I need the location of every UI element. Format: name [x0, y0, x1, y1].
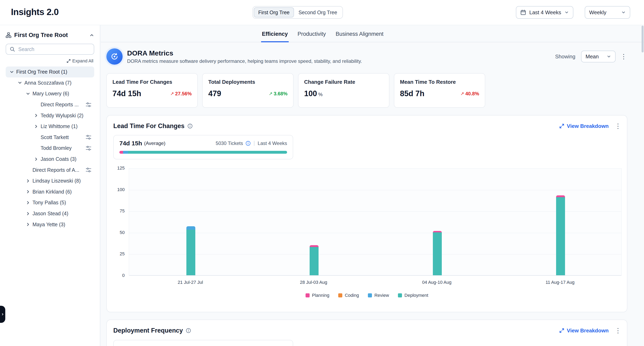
gridline [129, 275, 621, 276]
tree-item[interactable]: Direct Reports ... [6, 99, 94, 110]
tree-item-label: Teddy Wylupski (2) [40, 113, 84, 118]
tree-item[interactable]: Brian Kirkland (6) [6, 187, 94, 197]
view-breakdown-button[interactable]: View Breakdown [559, 123, 609, 129]
metric-card: Total Deployments479↗3.68% [202, 73, 294, 108]
chevron-right-icon[interactable] [33, 113, 39, 118]
legend-item: Review [368, 293, 389, 298]
chevron-down-icon[interactable] [25, 91, 31, 97]
summary-stacked-bar [120, 151, 287, 154]
chevron-right-icon[interactable] [25, 200, 31, 206]
tree-item[interactable]: Tony Pallas (5) [6, 197, 94, 208]
filter-icon[interactable] [86, 145, 91, 151]
dora-title: DORA Metrics [127, 49, 362, 57]
app-title: Insights 2.0 [11, 7, 59, 17]
tree-item[interactable]: Jason Stead (4) [6, 208, 94, 219]
legend-swatch [368, 293, 372, 297]
legend-swatch [398, 293, 402, 297]
tree-item[interactable]: Teddy Wylupski (2) [6, 110, 94, 121]
tree-item[interactable]: Maya Yette (3) [6, 219, 94, 230]
tree-item[interactable]: Direct Reports of A... [6, 164, 94, 176]
tickets-count: 5030 Tickets [216, 140, 243, 146]
period-label: Last 4 Weeks [258, 140, 287, 146]
org-tree: First Org Tree Root (1)Anna Scozzafava (… [6, 67, 94, 230]
org-tree-sidebar: First Org Tree Root Expand All First Org… [0, 25, 100, 346]
kebab-menu-icon[interactable]: ⋮ [615, 327, 620, 334]
filter-icon[interactable] [86, 102, 91, 108]
bar-segment-review [186, 226, 195, 230]
metric-card-title: Change Failure Rate [304, 79, 383, 85]
bar-segment-planning [310, 245, 318, 247]
search-input[interactable] [18, 46, 90, 52]
legend-swatch [306, 293, 310, 297]
sidebar-title: First Org Tree Root [14, 32, 86, 38]
view-breakdown-button[interactable]: View Breakdown [559, 327, 609, 334]
tree-item[interactable]: Jason Coats (3) [6, 154, 94, 165]
tab-productivity[interactable]: Productivity [297, 31, 327, 42]
bar-segment-deployment [556, 197, 565, 275]
kebab-menu-icon[interactable]: ⋮ [615, 123, 620, 129]
metric-card-delta-value: 27.56% [175, 91, 192, 97]
tree-item-label: Anna Scozzafava (7) [24, 80, 72, 86]
filter-icon[interactable] [86, 167, 91, 173]
tree-item[interactable]: Mary Lowery (6) [6, 88, 94, 99]
gridline [129, 254, 621, 255]
expand-all-button[interactable]: Expand All [6, 58, 94, 64]
chevron-placeholder [33, 145, 39, 151]
kebab-menu-icon[interactable]: ⋮ [620, 53, 626, 60]
chevron-right-icon[interactable] [33, 124, 39, 129]
trend-up-icon: ↗ [170, 91, 174, 96]
legend-swatch [338, 293, 342, 297]
chevron-right-icon[interactable] [25, 211, 31, 217]
chevron-right-icon[interactable] [25, 222, 31, 227]
trend-up-icon: ↗ [460, 91, 464, 96]
tree-item-label: Direct Reports ... [40, 102, 79, 108]
tab-business-alignment[interactable]: Business Alignment [335, 31, 384, 42]
tree-item[interactable]: Anna Scozzafava (7) [6, 77, 94, 88]
gridline [129, 233, 621, 233]
tree-item-label: Todd Bromley [40, 145, 72, 151]
scrollbar[interactable] [642, 26, 644, 52]
metric-card-delta-value: 40.8% [465, 91, 479, 97]
metric-card-title: Lead Time For Changes [112, 79, 192, 85]
tree-item[interactable]: First Org Tree Root (1) [6, 67, 94, 77]
toggle-first-org-tree[interactable]: First Org Tree [254, 7, 294, 18]
bar-segment-deployment [186, 230, 195, 275]
metric-card-value: 479 [208, 89, 221, 98]
dora-metrics-header: DORA Metrics DORA metrics measure softwa… [106, 48, 626, 65]
metric-card-title: Mean Time To Restore [400, 79, 479, 85]
chevron-right-icon[interactable] [25, 189, 31, 195]
metric-card-title: Total Deployments [208, 79, 288, 85]
tree-item[interactable]: Scott Tarkett [6, 132, 94, 143]
metric-cards: Lead Time For Changes74d 15h↗27.56%Total… [106, 73, 485, 108]
tree-item[interactable]: Liz Whittome (1) [6, 121, 94, 132]
bar [310, 245, 318, 275]
tab-efficiency[interactable]: Efficiency [261, 31, 289, 42]
sidebar-collapse-handle[interactable] [0, 306, 5, 323]
metric-card: Change Failure Rate100% [298, 73, 390, 108]
chevron-right-icon[interactable] [33, 156, 39, 162]
granularity-value: Weekly [589, 9, 606, 16]
legend-label: Coding [345, 293, 359, 298]
y-axis-tick-label: 100 [117, 187, 125, 192]
date-range-select[interactable]: Last 4 Weeks [516, 6, 573, 19]
chevron-placeholder [33, 134, 39, 140]
granularity-select[interactable]: Weekly [585, 6, 630, 19]
info-icon[interactable] [188, 123, 193, 129]
chevron-right-icon[interactable] [25, 178, 31, 184]
tree-item[interactable]: Lindsay Liszewski (8) [6, 176, 94, 187]
info-icon[interactable] [246, 141, 251, 146]
showing-label: Showing [555, 54, 576, 60]
gridline [129, 190, 621, 190]
chevron-down-icon[interactable] [9, 69, 14, 75]
lead-time-plot [129, 168, 622, 276]
view-breakdown-label: View Breakdown [567, 123, 609, 129]
chevron-down-icon[interactable] [17, 80, 23, 86]
aggregation-select[interactable]: Mean [581, 51, 616, 62]
tree-item-label: Lindsay Liszewski (8) [32, 178, 81, 184]
tree-item[interactable]: Todd Bromley [6, 143, 94, 154]
info-icon[interactable] [186, 328, 191, 333]
chevron-up-icon[interactable] [89, 33, 94, 38]
chevron-placeholder [25, 167, 31, 173]
filter-icon[interactable] [86, 134, 91, 140]
toggle-second-org-tree[interactable]: Second Org Tree [294, 7, 342, 18]
